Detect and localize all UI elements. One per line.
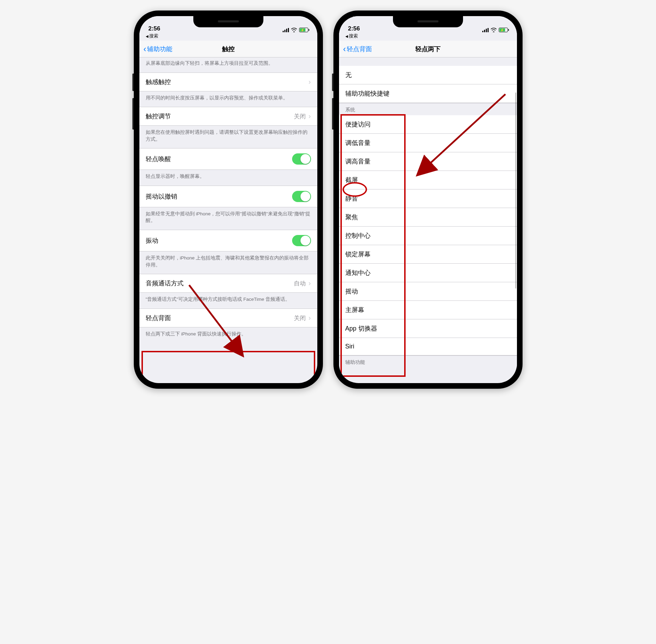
cell-value: 自动 — [294, 280, 306, 287]
nav-back-button[interactable]: ‹ 辅助功能 — [144, 44, 172, 54]
option-volume-up[interactable]: 调高音量 — [339, 152, 517, 171]
cell-label: 触控调节 — [146, 112, 171, 120]
cell-shake-to-undo[interactable]: 摇动以撤销 — [139, 186, 317, 207]
nav-back-button[interactable]: ‹ 轻点背面 — [343, 44, 372, 54]
intro-footer: 从屏幕底部边缘向下轻扫，将屏幕上方项目拉至可及范围。 — [139, 57, 317, 72]
svg-rect-3 — [288, 28, 289, 32]
screen-left: 2:56 ⚡ ◀ 搜索 ‹ 辅助功能 触控 从屏幕底部边缘向下轻扫，将屏幕上方项… — [139, 16, 317, 383]
cell-footer: "音频通话方式"可决定用哪种方式接听电话或 FaceTime 音频通话。 — [139, 293, 317, 309]
cell-label: 轻点唤醒 — [146, 155, 171, 163]
cell-label: 音频通话方式 — [146, 279, 184, 288]
cell-label: 触感触控 — [146, 78, 171, 86]
svg-rect-1 — [284, 30, 285, 32]
status-icons: ⚡ — [482, 28, 508, 32]
signal-icon — [482, 28, 489, 32]
section-header-accessibility: 辅助功能 — [339, 355, 517, 368]
chevron-right-icon: › — [309, 112, 311, 120]
screen-right: 2:56 ⚡ ◀ 搜索 ‹ 轻点背面 轻点两下 无 辅助功能快捷键 系统 便捷访… — [339, 16, 517, 383]
breadcrumb-bar[interactable]: ◀ 搜索 — [339, 33, 517, 41]
svg-rect-6 — [484, 30, 485, 32]
cell-value: 关闭 — [294, 113, 306, 120]
wifi-icon — [291, 28, 297, 32]
notch — [193, 16, 263, 27]
option-mute[interactable]: 静音 — [339, 189, 517, 208]
option-spotlight[interactable]: 聚焦 — [339, 208, 517, 227]
cell-label: 轻点背面 — [146, 314, 171, 322]
option-reachability[interactable]: 便捷访问 — [339, 115, 517, 134]
settings-content: 从屏幕底部边缘向下轻扫，将屏幕上方项目拉至可及范围。 触感触控 › 用不同的时间… — [139, 57, 317, 383]
svg-rect-8 — [488, 28, 489, 32]
toggle-on[interactable] — [292, 153, 311, 165]
cell-label: 摇动以撤销 — [146, 192, 177, 201]
nav-title: 轻点两下 — [415, 45, 441, 53]
chevron-left-icon: ‹ — [343, 44, 346, 54]
breadcrumb-bar[interactable]: ◀ 搜索 — [139, 33, 317, 41]
option-control-center[interactable]: 控制中心 — [339, 227, 517, 245]
option-shake[interactable]: 摇动 — [339, 282, 517, 301]
cell-footer: 轻点两下或三下 iPhone 背面以快速执行操作。 — [139, 327, 317, 343]
section-header-system: 系统 — [339, 103, 517, 115]
cell-call-audio-routing[interactable]: 音频通话方式 自动› — [139, 274, 317, 293]
option-none[interactable]: 无 — [339, 66, 517, 84]
option-home[interactable]: 主屏幕 — [339, 301, 517, 319]
cell-footer: 轻点显示器时，唤醒屏幕。 — [139, 170, 317, 186]
cell-footer: 用不同的时间长度按压屏幕，以显示内容预览、操作或关联菜单。 — [139, 91, 317, 107]
nav-title: 触控 — [222, 45, 235, 53]
chevron-left-icon: ‹ — [144, 44, 146, 54]
status-icons: ⚡ — [283, 28, 308, 32]
cell-haptic-touch[interactable]: 触感触控 › — [139, 72, 317, 91]
chevron-right-icon: › — [309, 78, 311, 86]
cell-vibration[interactable]: 振动 — [139, 230, 317, 251]
phone-right: 2:56 ⚡ ◀ 搜索 ‹ 轻点背面 轻点两下 无 辅助功能快捷键 系统 便捷访… — [333, 11, 523, 389]
option-lock-screen[interactable]: 锁定屏幕 — [339, 245, 517, 264]
nav-back-label: 辅助功能 — [147, 45, 172, 53]
battery-icon: ⚡ — [299, 28, 308, 32]
option-volume-down[interactable]: 调低音量 — [339, 134, 517, 152]
option-notification-center[interactable]: 通知中心 — [339, 264, 517, 282]
options-content: 无 辅助功能快捷键 系统 便捷访问 调低音量 调高音量 截屏 静音 聚焦 控制中… — [339, 57, 517, 383]
cell-footer: 如果经常无意中摇动到 iPhone，您可以停用"摇动以撤销"来避免出现"撤销"提… — [139, 207, 317, 230]
notch — [393, 16, 463, 27]
status-time: 2:56 — [348, 25, 360, 32]
svg-rect-7 — [486, 29, 487, 32]
toggle-on[interactable] — [292, 191, 311, 202]
breadcrumb-chevron-icon: ◀ — [146, 34, 149, 38]
nav-back-label: 轻点背面 — [347, 45, 372, 53]
option-screenshot[interactable]: 截屏 — [339, 171, 517, 189]
scrollbar[interactable] — [515, 92, 516, 289]
cell-footer: 此开关关闭时，iPhone 上包括地震、海啸和其他紧急警报在内的振动将全部停用。 — [139, 251, 317, 274]
svg-rect-2 — [286, 29, 287, 32]
option-siri[interactable]: Siri — [339, 338, 517, 355]
cell-tap-to-wake[interactable]: 轻点唤醒 — [139, 148, 317, 170]
cell-value: 关闭 — [294, 315, 306, 321]
wifi-icon — [491, 28, 497, 32]
battery-icon: ⚡ — [499, 28, 508, 32]
chevron-right-icon: › — [309, 314, 311, 321]
cell-touch-accommodations[interactable]: 触控调节 关闭› — [139, 107, 317, 126]
chevron-right-icon: › — [309, 279, 311, 287]
toggle-on[interactable] — [292, 235, 311, 246]
svg-rect-0 — [283, 31, 284, 32]
cell-label: 振动 — [146, 236, 158, 245]
nav-bar: ‹ 辅助功能 触控 — [139, 41, 317, 57]
option-accessibility-shortcut[interactable]: 辅助功能快捷键 — [339, 84, 517, 103]
status-time: 2:56 — [149, 25, 160, 32]
breadcrumb-label: 搜索 — [149, 33, 158, 39]
svg-rect-5 — [482, 31, 483, 32]
cell-back-tap[interactable]: 轻点背面 关闭› — [139, 309, 317, 327]
cell-footer: 如果您在使用触控屏时遇到问题，请调整以下设置更改屏幕响应触控操作的方式。 — [139, 126, 317, 148]
breadcrumb-label: 搜索 — [349, 33, 358, 39]
nav-bar: ‹ 轻点背面 轻点两下 — [339, 41, 517, 57]
phone-left: 2:56 ⚡ ◀ 搜索 ‹ 辅助功能 触控 从屏幕底部边缘向下轻扫，将屏幕上方项… — [134, 11, 323, 389]
breadcrumb-chevron-icon: ◀ — [345, 34, 348, 38]
highlight-box — [141, 351, 315, 383]
option-app-switcher[interactable]: App 切换器 — [339, 319, 517, 338]
signal-icon — [283, 28, 289, 32]
